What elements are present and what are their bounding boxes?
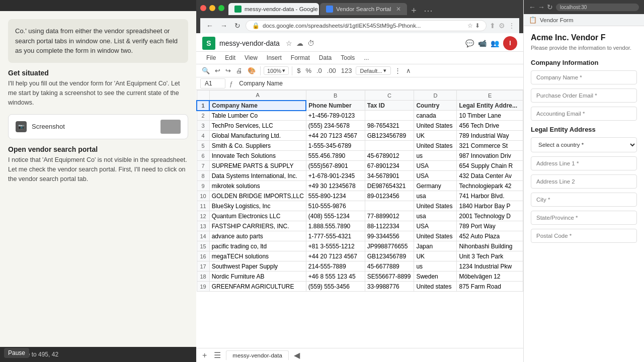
cell-e4[interactable]: 789 Industrial Way xyxy=(457,131,523,141)
cell-a11[interactable]: BlueSky Logistics, Inc xyxy=(209,201,306,211)
col-header-a[interactable]: A xyxy=(209,90,306,101)
country-select[interactable]: Select a country * xyxy=(531,137,637,152)
share-people-icon[interactable]: 👥 xyxy=(491,39,499,47)
cell-d7[interactable]: USA xyxy=(414,161,457,171)
menu-more[interactable]: ... xyxy=(360,53,373,63)
redo-icon[interactable]: ↪ xyxy=(224,66,232,75)
cell-a16[interactable]: megaTECH solutions xyxy=(209,251,306,261)
cell-e11[interactable]: 1840 Harbor Bay P xyxy=(457,201,523,211)
state-input[interactable] xyxy=(531,211,637,225)
cell-d5[interactable]: United States xyxy=(414,141,457,151)
cell-d13[interactable]: USA xyxy=(414,221,457,231)
postal-input[interactable] xyxy=(531,229,637,243)
cell-a13[interactable]: FASTSHIP CARRIERS, INC. xyxy=(209,221,306,231)
cell-a1[interactable]: Company Name xyxy=(209,101,306,111)
cell-e9[interactable]: Technologiepark 42 xyxy=(457,181,523,191)
print-icon[interactable]: 🖨 xyxy=(234,66,244,75)
cell-e15[interactable]: Nihonbashi Building xyxy=(457,241,523,251)
cell-d14[interactable]: United States xyxy=(414,231,457,241)
cell-a3[interactable]: TechPro Services, LLC xyxy=(209,121,306,131)
cell-d1[interactable]: Country xyxy=(414,101,457,111)
cell-e7[interactable]: 654 Supply Chain R xyxy=(457,161,523,171)
cell-b19[interactable]: (559) 555-3456 xyxy=(306,282,365,292)
close-button[interactable] xyxy=(200,5,206,11)
cell-b2[interactable]: +1-456-789-0123 xyxy=(306,111,365,121)
grid-scroll-area[interactable]: A B C D E 1 Company Name Phone Number xyxy=(196,90,523,348)
cell-e14[interactable]: 452 Auto Plaza xyxy=(457,231,523,241)
paint-icon[interactable]: 🎨 xyxy=(246,66,257,75)
cell-e6[interactable]: 987 Innovation Driv xyxy=(457,151,523,161)
cell-a19[interactable]: GREENFARM AGRICULTURE xyxy=(209,282,306,292)
menu-format[interactable]: Format xyxy=(287,53,314,63)
nav-left-button[interactable]: ◀ xyxy=(292,349,302,361)
cell-c14[interactable]: 99-3344556 xyxy=(365,231,414,241)
pause-button[interactable]: Pause xyxy=(4,348,29,358)
cell-c13[interactable]: 88-1122334 xyxy=(365,221,414,231)
menu-view[interactable]: View xyxy=(240,53,262,63)
cell-e18[interactable]: Möbelvägen 12 xyxy=(457,272,523,282)
cell-b6[interactable]: 555.456.7890 xyxy=(306,151,365,161)
cell-b16[interactable]: +44 20 7123 4567 xyxy=(306,251,365,261)
cell-b8[interactable]: +1-678-901-2345 xyxy=(306,171,365,181)
cell-b17[interactable]: 214-555-7889 xyxy=(306,261,365,272)
screenshot-button[interactable]: 📷 Screenshot xyxy=(8,114,188,139)
cell-e3[interactable]: 456 Tech Drive xyxy=(457,121,523,131)
form-reload-button[interactable]: ↻ xyxy=(547,3,553,11)
cell-b1[interactable]: Phone Number xyxy=(306,101,365,111)
accounting-email-input[interactable] xyxy=(531,107,637,121)
font-selector[interactable]: Default... ▾ xyxy=(356,66,391,75)
minimize-button[interactable] xyxy=(209,5,215,11)
cell-c17[interactable]: 45-6677889 xyxy=(365,261,414,272)
cell-b12[interactable]: (408) 555-1234 xyxy=(306,211,365,221)
cell-d8[interactable]: USA xyxy=(414,171,457,181)
cell-a17[interactable]: Southwest Paper Supply xyxy=(209,261,306,272)
download-icon[interactable]: ⬇ xyxy=(475,22,480,29)
cell-c11[interactable] xyxy=(365,201,414,211)
forward-button[interactable]: → xyxy=(218,21,229,31)
menu-icon[interactable]: ⋮ xyxy=(508,22,515,30)
cell-c15[interactable]: JP9988776655 xyxy=(365,241,414,251)
cell-e8[interactable]: 432 Data Center Av xyxy=(457,171,523,181)
tab-sheets[interactable]: messy-vendor-data - Google ... ✕ xyxy=(228,3,319,15)
num-format-icon[interactable]: 123 xyxy=(340,66,354,75)
formula-input[interactable] xyxy=(237,79,519,88)
col-header-e[interactable]: E xyxy=(457,90,523,101)
cell-c5[interactable] xyxy=(365,141,414,151)
cell-d16[interactable]: UK xyxy=(414,251,457,261)
cell-a5[interactable]: Smith & Co. Suppliers xyxy=(209,141,306,151)
share-icon[interactable]: ⬆ xyxy=(490,22,496,30)
cell-reference[interactable]: A1 xyxy=(200,78,225,88)
cell-d9[interactable]: Germany xyxy=(414,181,457,191)
decimal-inc-icon[interactable]: .00 xyxy=(326,66,338,75)
cell-a6[interactable]: Innovate Tech Solutions xyxy=(209,151,306,161)
tab-vendor-portal[interactable]: Vendor Search Portal ✕ xyxy=(320,3,407,15)
cell-c6[interactable]: 45-6789012 xyxy=(365,151,414,161)
undo-icon[interactable]: ↩ xyxy=(213,66,222,75)
menu-data[interactable]: Data xyxy=(315,53,336,63)
cell-a9[interactable]: mikrotek solutions xyxy=(209,181,306,191)
col-header-c[interactable]: C xyxy=(365,90,414,101)
cell-d3[interactable]: United States xyxy=(414,121,457,131)
cell-b14[interactable]: 1-777-555-4321 xyxy=(306,231,365,241)
cell-d18[interactable]: Sweden xyxy=(414,272,457,282)
zoom-selector[interactable]: 100% ▾ xyxy=(264,66,289,75)
cell-e17[interactable]: 1234 Industrial Pkw xyxy=(457,261,523,272)
cell-b13[interactable]: 1.888.555.7890 xyxy=(306,221,365,231)
po-email-input[interactable] xyxy=(531,88,637,103)
form-back-button[interactable]: ← xyxy=(529,3,536,11)
address-line2-input[interactable] xyxy=(531,174,637,189)
cell-b11[interactable]: 510-555-9876 xyxy=(306,201,365,211)
cell-c9[interactable]: DE987654321 xyxy=(365,181,414,191)
col-header-d[interactable]: D xyxy=(414,90,457,101)
address-bar[interactable]: 🔒 docs.google.com/spreadsheets/d/1gtIEK5… xyxy=(246,20,487,31)
cell-d10[interactable]: usa xyxy=(414,191,457,201)
cell-a10[interactable]: GOLDEN BRIDGE IMPORTS,LLC xyxy=(209,191,306,201)
comment-icon[interactable]: 💬 xyxy=(465,39,474,47)
cell-d6[interactable]: us xyxy=(414,151,457,161)
menu-tools[interactable]: Tools xyxy=(337,53,359,63)
form-url-bar[interactable]: localhost:30 xyxy=(556,4,639,11)
cell-c19[interactable]: 33-9988776 xyxy=(365,282,414,292)
cell-a2[interactable]: Table Lumber Co xyxy=(209,111,306,121)
city-input[interactable] xyxy=(531,193,637,207)
cell-a18[interactable]: Nordic Furniture AB xyxy=(209,272,306,282)
